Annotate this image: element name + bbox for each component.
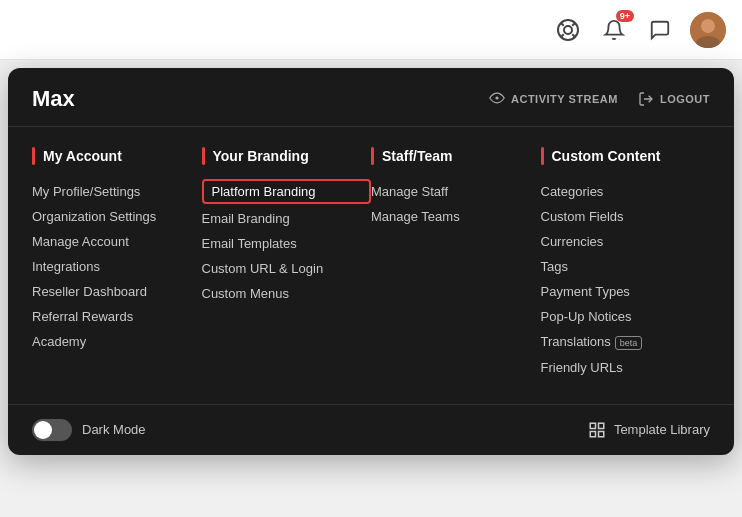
menu-item-custom-url-login[interactable]: Custom URL & Login xyxy=(202,256,372,281)
panel-footer: Dark Mode Template Library xyxy=(8,404,734,455)
logout-button[interactable]: LOGOUT xyxy=(638,91,710,107)
menu-item-reseller-dashboard[interactable]: Reseller Dashboard xyxy=(32,279,202,304)
svg-rect-14 xyxy=(598,431,603,436)
dark-mode-label: Dark Mode xyxy=(82,422,146,437)
menu-item-platform-branding[interactable]: Platform Branding xyxy=(202,179,372,204)
svg-line-5 xyxy=(572,22,575,25)
column-accent-bar xyxy=(541,147,544,165)
toggle-thumb xyxy=(34,421,52,439)
menu-item-friendly-urls[interactable]: Friendly URLs xyxy=(541,355,711,380)
column-header-your-branding: Your Branding xyxy=(202,147,372,165)
beta-badge: beta xyxy=(615,336,643,350)
menu-item-email-branding[interactable]: Email Branding xyxy=(202,206,372,231)
template-library-icon xyxy=(588,421,606,439)
column-header-staff-team: Staff/Team xyxy=(371,147,541,165)
menu-item-academy[interactable]: Academy xyxy=(32,329,202,354)
svg-rect-12 xyxy=(598,423,603,428)
column-title-staff-team: Staff/Team xyxy=(382,148,453,164)
column-your-branding: Your BrandingPlatform BrandingEmail Bran… xyxy=(202,147,372,380)
column-title-custom-content: Custom Content xyxy=(552,148,661,164)
svg-line-3 xyxy=(572,34,575,37)
menu-item-manage-staff[interactable]: Manage Staff xyxy=(371,179,541,204)
column-header-my-account: My Account xyxy=(32,147,202,165)
help-icon[interactable] xyxy=(552,14,584,46)
menu-item-currencies[interactable]: Currencies xyxy=(541,229,711,254)
menu-item-referral-rewards[interactable]: Referral Rewards xyxy=(32,304,202,329)
column-title-your-branding: Your Branding xyxy=(213,148,309,164)
menu-item-categories[interactable]: Categories xyxy=(541,179,711,204)
panel-title: Max xyxy=(32,86,75,112)
header-actions: ACTIVITY STREAM LOGOUT xyxy=(489,91,710,107)
menu-item-translations[interactable]: Translationsbeta xyxy=(541,329,711,355)
menu-item-manage-account[interactable]: Manage Account xyxy=(32,229,202,254)
toggle-track[interactable] xyxy=(32,419,72,441)
logout-label: LOGOUT xyxy=(660,93,710,105)
activity-stream-icon xyxy=(489,91,505,107)
svg-point-9 xyxy=(495,96,498,99)
activity-stream-label: ACTIVITY STREAM xyxy=(511,93,618,105)
column-accent-bar xyxy=(32,147,35,165)
top-bar: 9+ xyxy=(0,0,742,60)
menu-item-tags[interactable]: Tags xyxy=(541,254,711,279)
column-staff-team: Staff/TeamManage StaffManage Teams xyxy=(371,147,541,380)
column-accent-bar xyxy=(202,147,205,165)
activity-stream-button[interactable]: ACTIVITY STREAM xyxy=(489,91,618,107)
menu-item-manage-teams[interactable]: Manage Teams xyxy=(371,204,541,229)
column-header-custom-content: Custom Content xyxy=(541,147,711,165)
messages-icon[interactable] xyxy=(644,14,676,46)
menu-item-email-templates[interactable]: Email Templates xyxy=(202,231,372,256)
column-title-my-account: My Account xyxy=(43,148,122,164)
notifications-icon[interactable]: 9+ xyxy=(598,14,630,46)
menu-item-my-profile-settings[interactable]: My Profile/Settings xyxy=(32,179,202,204)
svg-line-4 xyxy=(561,34,564,37)
menu-item-custom-menus[interactable]: Custom Menus xyxy=(202,281,372,306)
notification-badge: 9+ xyxy=(616,10,634,22)
dark-mode-toggle[interactable]: Dark Mode xyxy=(32,419,146,441)
menu-item-payment-types[interactable]: Payment Types xyxy=(541,279,711,304)
avatar[interactable] xyxy=(690,12,726,48)
menu-columns: My AccountMy Profile/SettingsOrganizatio… xyxy=(8,127,734,404)
menu-item-organization-settings[interactable]: Organization Settings xyxy=(32,204,202,229)
dropdown-panel: Max ACTIVITY STREAM LOGOUT xyxy=(8,68,734,455)
svg-point-7 xyxy=(701,19,715,33)
column-accent-bar xyxy=(371,147,374,165)
menu-item-custom-fields[interactable]: Custom Fields xyxy=(541,204,711,229)
svg-rect-11 xyxy=(590,423,595,428)
template-library-button[interactable]: Template Library xyxy=(588,421,710,439)
template-library-label: Template Library xyxy=(614,422,710,437)
column-custom-content: Custom ContentCategoriesCustom FieldsCur… xyxy=(541,147,711,380)
svg-point-1 xyxy=(564,26,572,34)
svg-line-2 xyxy=(561,22,564,25)
svg-rect-13 xyxy=(590,431,595,436)
column-my-account: My AccountMy Profile/SettingsOrganizatio… xyxy=(32,147,202,380)
panel-header: Max ACTIVITY STREAM LOGOUT xyxy=(8,68,734,127)
menu-item-pop-up-notices[interactable]: Pop-Up Notices xyxy=(541,304,711,329)
menu-item-integrations[interactable]: Integrations xyxy=(32,254,202,279)
